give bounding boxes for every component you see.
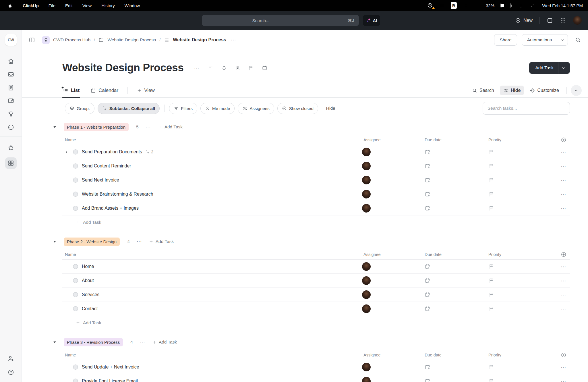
title-flag-icon[interactable] [248, 65, 254, 71]
space-bulb-icon[interactable] [42, 36, 50, 44]
collapse-toolbar-button[interactable] [571, 85, 582, 96]
show-closed-pill[interactable]: Show closed [277, 103, 318, 114]
battery-icon[interactable] [500, 3, 512, 8]
table-row[interactable]: Send Preparation Documents 2 ⋯ [62, 145, 570, 159]
automations-chevron-icon[interactable] [557, 34, 568, 45]
column-assignee[interactable]: Assignee [360, 252, 421, 257]
sidebar-whiteboards-icon[interactable] [7, 97, 14, 104]
group-add-task-button[interactable]: Add Task [149, 239, 174, 244]
menu-edit[interactable]: Edit [65, 3, 73, 8]
assignee-avatar[interactable] [362, 190, 371, 198]
task-status-circle[interactable] [73, 178, 78, 183]
workspace-logo[interactable]: CW [5, 34, 17, 46]
column-due-date[interactable]: Due date [421, 138, 485, 142]
task-name[interactable]: Website Brainstorming & Research [82, 192, 153, 197]
add-column-button[interactable] [554, 137, 570, 143]
task-status-circle[interactable] [73, 206, 78, 211]
subtask-count[interactable]: 2 [146, 150, 153, 154]
column-assignee[interactable]: Assignee [360, 353, 421, 357]
table-row[interactable]: Provide Font License Email ⋯ [62, 374, 570, 382]
expand-subtasks-icon[interactable] [65, 151, 73, 154]
add-column-button[interactable] [554, 252, 570, 257]
table-row[interactable]: Send Next Invoice ⋯ [62, 173, 570, 187]
menubar-clock[interactable]: Wed Feb 14 1:57 PM [542, 3, 583, 8]
header-search-icon[interactable] [575, 37, 581, 43]
status-updown-icon[interactable] [463, 3, 468, 8]
set-priority-flag-icon[interactable] [488, 163, 494, 169]
set-priority-flag-icon[interactable] [488, 264, 494, 269]
task-name[interactable]: Provide Font License Email [82, 379, 138, 382]
table-row[interactable]: Send Content Reminder ⋯ [62, 159, 570, 173]
assignee-avatar[interactable] [362, 304, 371, 313]
row-menu-ellipsis[interactable]: ⋯ [561, 177, 566, 184]
title-assignee-icon[interactable] [235, 65, 240, 71]
group-menu-ellipsis[interactable]: ⋯ [146, 124, 151, 130]
assignee-avatar[interactable] [362, 290, 371, 299]
add-task-chevron-icon[interactable] [558, 62, 568, 74]
column-name[interactable]: Name [62, 252, 360, 257]
table-row[interactable]: Services ⋯ [62, 288, 570, 302]
tab-list[interactable]: List [62, 84, 80, 97]
wifi-icon[interactable] [518, 3, 524, 8]
task-name[interactable]: Home [82, 264, 94, 269]
set-priority-flag-icon[interactable] [488, 364, 494, 370]
status-sync-warning-icon[interactable] [427, 2, 433, 9]
table-row[interactable]: Add Brand Assets + Images ⋯ [62, 201, 570, 215]
set-priority-flag-icon[interactable] [488, 177, 494, 183]
assignee-avatar[interactable] [362, 377, 371, 382]
row-menu-ellipsis[interactable]: ⋯ [561, 292, 566, 298]
tab-calendar[interactable]: Calendar [90, 84, 119, 97]
add-task-row[interactable]: Add Task [62, 316, 570, 329]
column-due-date[interactable]: Due date [421, 353, 485, 357]
add-task-row[interactable]: Add Task [62, 215, 570, 229]
collapse-group-icon[interactable] [53, 125, 57, 129]
title-droplet-icon[interactable] [221, 65, 227, 71]
table-row[interactable]: Home ⋯ [62, 260, 570, 274]
page-title[interactable]: Website Design Process [62, 62, 184, 74]
collapse-group-icon[interactable] [53, 340, 57, 344]
task-name[interactable]: Contact [82, 306, 98, 311]
set-due-date-icon[interactable] [425, 306, 430, 312]
column-priority[interactable]: Priority [485, 138, 554, 142]
task-name[interactable]: Add Brand Assets + Images [82, 206, 139, 211]
apps-grid-icon[interactable] [560, 17, 566, 24]
row-menu-ellipsis[interactable]: ⋯ [561, 149, 566, 155]
assignee-avatar[interactable] [362, 204, 371, 213]
phase-badge[interactable]: Phase 1 - Website Preparation [64, 123, 129, 131]
apple-logo-icon[interactable] [7, 3, 13, 8]
column-priority[interactable]: Priority [485, 252, 554, 257]
column-name[interactable]: Name [62, 138, 360, 142]
task-status-circle[interactable] [73, 278, 78, 283]
group-by-pill[interactable]: Group: [65, 103, 94, 114]
column-assignee[interactable]: Assignee [360, 138, 421, 142]
sidebar-favorites-star-icon[interactable] [7, 144, 14, 151]
breadcrumb-folder[interactable]: Website Design Process [107, 37, 156, 43]
set-priority-flag-icon[interactable] [488, 205, 494, 211]
assignee-avatar[interactable] [362, 262, 371, 271]
hide-fields-button[interactable]: Hide [500, 86, 524, 95]
share-button[interactable]: Share [494, 34, 517, 46]
assignee-avatar[interactable] [362, 162, 371, 170]
set-priority-flag-icon[interactable] [488, 191, 494, 197]
status-vpn-shield-icon[interactable] [439, 3, 445, 8]
column-priority[interactable]: Priority [485, 353, 554, 357]
sidebar-help-icon[interactable] [7, 369, 14, 376]
menu-window[interactable]: Window [125, 3, 140, 8]
assignees-pill[interactable]: Assignees [238, 103, 274, 114]
search-tasks-input[interactable]: Search tasks... [483, 102, 570, 115]
task-status-circle[interactable] [73, 292, 78, 297]
status-password-manager-icon[interactable]: B [451, 2, 457, 9]
sidebar-goals-trophy-icon[interactable] [7, 111, 14, 117]
filters-pill[interactable]: Filters [169, 103, 197, 114]
set-due-date-icon[interactable] [425, 149, 430, 155]
task-name[interactable]: Send Update + Next Invoice [82, 364, 139, 370]
breadcrumb-space[interactable]: CWD Process Hub [53, 37, 90, 43]
task-status-circle[interactable] [73, 192, 78, 197]
column-name[interactable]: Name [62, 353, 360, 357]
global-search-input[interactable]: Search... ⌘J [202, 15, 359, 26]
group-add-task-button[interactable]: Add Task [158, 124, 183, 130]
sidebar-toggle-icon[interactable] [29, 37, 35, 43]
title-align-icon[interactable] [208, 65, 213, 71]
row-menu-ellipsis[interactable]: ⋯ [561, 191, 566, 198]
set-priority-flag-icon[interactable] [488, 149, 494, 155]
